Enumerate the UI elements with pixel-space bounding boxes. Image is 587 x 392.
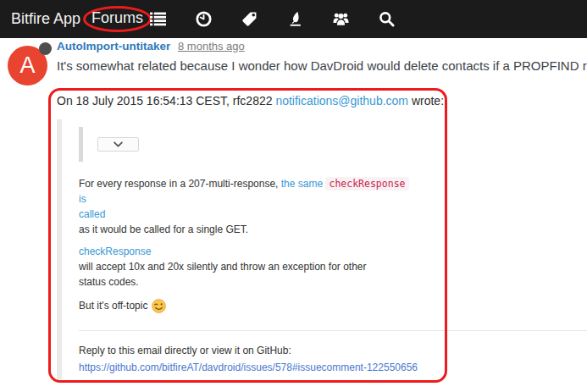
site-title-forums: Forums bbox=[91, 9, 143, 26]
users-icon[interactable] bbox=[333, 11, 349, 27]
quote-paragraph-3: But it's off-topic bbox=[79, 298, 587, 313]
post-meta: AutoImport-untitaker 8 months ago bbox=[57, 40, 245, 52]
username-link[interactable]: AutoImport-untitaker bbox=[57, 40, 170, 52]
search-icon[interactable] bbox=[379, 11, 395, 27]
quote-paragraph-1: For every response in a 207-multi-respon… bbox=[79, 176, 587, 237]
categories-icon[interactable] bbox=[150, 11, 166, 27]
p3-text: But it's off-topic bbox=[79, 298, 147, 313]
quote-title-prefix: On 18 July 2015 16:54:13 CEST, rfc2822 bbox=[57, 94, 275, 108]
post-body-text: It's somewhat related because I wonder h… bbox=[57, 58, 587, 75]
avatar-letter: A bbox=[19, 52, 35, 79]
tags-icon[interactable] bbox=[241, 11, 258, 27]
red-ellipse-annotation: Forums bbox=[83, 6, 152, 32]
p2-line3: status codes. bbox=[79, 276, 139, 288]
quoted-email-block: On 18 July 2015 16:54:13 CEST, rfc2822 n… bbox=[57, 93, 587, 379]
wink-emoji bbox=[152, 299, 166, 313]
pen-icon[interactable] bbox=[287, 11, 303, 27]
quote-paragraph-2: checkResponse will accept 10x and 20x si… bbox=[79, 244, 587, 290]
top-nav-bar: Bitfire AppForums bbox=[0, 0, 587, 38]
site-title-link[interactable]: Bitfire AppForums bbox=[11, 0, 152, 38]
chevron-down-icon bbox=[114, 141, 123, 147]
github-issue-link[interactable]: https://github.com/bitfireAT/davdroid/is… bbox=[79, 362, 418, 373]
p1-tail: as it would be called for a single GET. bbox=[79, 224, 248, 235]
p1-link-the-same[interactable]: the same bbox=[281, 178, 323, 190]
nav-icon-row bbox=[150, 0, 395, 38]
quote-footer: Reply to this email directly or view it … bbox=[79, 342, 587, 376]
forum-page: Bitfire AppForums bbox=[0, 0, 587, 392]
inline-code-checkresponse: checkResponse bbox=[325, 177, 408, 190]
email-link[interactable]: notifications@github.com bbox=[275, 94, 408, 108]
p1-link-called[interactable]: called bbox=[79, 208, 105, 220]
quote-title-suffix: wrote: bbox=[408, 94, 444, 108]
footer-text: Reply to this email directly or view it … bbox=[79, 345, 291, 356]
expand-quote-button[interactable] bbox=[97, 137, 139, 152]
p2-line2: will accept 10x and 20x silently and thr… bbox=[79, 261, 367, 273]
site-title-prefix: Bitfire App bbox=[11, 10, 80, 28]
avatar-badge-dot bbox=[39, 42, 52, 55]
p1-link-is[interactable]: is bbox=[79, 193, 86, 205]
quote-divider bbox=[79, 330, 587, 331]
p1-text: For every response in a 207-multi-respon… bbox=[79, 178, 281, 190]
collapsed-nested-quote bbox=[79, 127, 587, 162]
timestamp-link[interactable]: 8 months ago bbox=[178, 40, 245, 52]
p2-link-checkresponse[interactable]: checkResponse bbox=[79, 246, 151, 257]
clock-icon[interactable] bbox=[196, 11, 212, 27]
quote-title: On 18 July 2015 16:54:13 CEST, rfc2822 n… bbox=[57, 93, 587, 108]
email-blockquote: For every response in a 207-multi-respon… bbox=[57, 119, 587, 379]
